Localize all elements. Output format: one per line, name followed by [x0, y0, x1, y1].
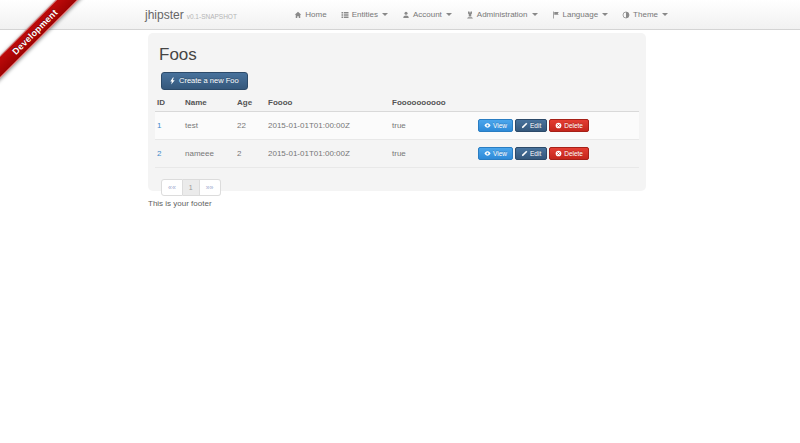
- delete-button-label: Delete: [564, 122, 583, 129]
- nav-label: Theme: [633, 10, 658, 19]
- nav-item-entities[interactable]: Entities: [334, 0, 395, 29]
- pencil-icon: [521, 122, 528, 129]
- cell-name: test: [183, 112, 235, 140]
- table-row: 1 test 22 2015-01-01T01:00:00Z true View: [155, 112, 639, 140]
- cell-name: nameee: [183, 140, 235, 168]
- nav-item-account[interactable]: Account: [395, 0, 459, 29]
- nav-label: Language: [563, 10, 599, 19]
- header-foooo: Foooo: [266, 94, 390, 112]
- nav-item-language[interactable]: Language: [545, 0, 616, 29]
- cell-foolong: true: [390, 140, 476, 168]
- foo-table: ID Name Age Foooo Foooooooooo 1 test 22 …: [155, 94, 639, 168]
- edit-button-label: Edit: [530, 122, 541, 129]
- content-panel: Foos Create a new Foo ID Name Age Foooo …: [148, 33, 646, 191]
- tower-icon: [466, 11, 474, 19]
- table-header-row: ID Name Age Foooo Foooooooooo: [155, 94, 639, 112]
- footer-text: This is your footer: [148, 199, 212, 208]
- edit-button[interactable]: Edit: [515, 119, 547, 132]
- caret-down-icon: [446, 13, 452, 16]
- view-button[interactable]: View: [478, 119, 513, 132]
- navbar-inner: jhipster v0.1-SNAPSHOT Home Entities Acc…: [145, 0, 675, 29]
- caret-down-icon: [602, 13, 608, 16]
- nav-label: Entities: [352, 10, 378, 19]
- nav-item-administration[interactable]: Administration: [459, 0, 545, 29]
- pagination-last-button[interactable]: »»: [200, 179, 221, 196]
- pencil-icon: [521, 150, 528, 157]
- create-foo-button[interactable]: Create a new Foo: [161, 72, 248, 90]
- pagination-page-1[interactable]: 1: [183, 179, 200, 196]
- brand-name: jhipster: [145, 8, 184, 22]
- cell-foooo: 2015-01-01T01:00:00Z: [266, 140, 390, 168]
- cell-foolong: true: [390, 112, 476, 140]
- row-actions: View Edit Delete: [478, 147, 635, 160]
- page-title: Foos: [148, 33, 646, 65]
- nav-label: Account: [413, 10, 442, 19]
- nav-label: Home: [305, 10, 326, 19]
- header-name: Name: [183, 94, 235, 112]
- header-foolong: Foooooooooo: [390, 94, 476, 112]
- delete-button[interactable]: Delete: [549, 147, 589, 160]
- header-id: ID: [155, 94, 183, 112]
- page: Development jhipster v0.1-SNAPSHOT Home …: [0, 0, 800, 443]
- row-id-link[interactable]: 2: [157, 149, 161, 158]
- header-age: Age: [235, 94, 266, 112]
- caret-down-icon: [532, 13, 538, 16]
- brand-link[interactable]: jhipster v0.1-SNAPSHOT: [145, 8, 237, 22]
- flash-icon: [169, 77, 176, 85]
- user-icon: [402, 11, 410, 19]
- remove-circle-icon: [555, 122, 562, 129]
- flag-icon: [552, 11, 560, 19]
- header-actions: [476, 94, 639, 112]
- cell-foooo: 2015-01-01T01:00:00Z: [266, 112, 390, 140]
- nav-label: Administration: [477, 10, 528, 19]
- cell-age: 22: [235, 112, 266, 140]
- th-list-icon: [341, 11, 349, 19]
- nav-item-theme[interactable]: Theme: [615, 0, 675, 29]
- table-row: 2 nameee 2 2015-01-01T01:00:00Z true Vie…: [155, 140, 639, 168]
- pagination-first-button[interactable]: ««: [161, 179, 183, 196]
- adjust-icon: [622, 11, 630, 19]
- delete-button-label: Delete: [564, 150, 583, 157]
- view-button[interactable]: View: [478, 147, 513, 160]
- create-foo-button-label: Create a new Foo: [179, 76, 239, 85]
- view-button-label: View: [493, 122, 507, 129]
- nav-item-home[interactable]: Home: [287, 0, 333, 29]
- home-icon: [294, 11, 302, 19]
- cell-age: 2: [235, 140, 266, 168]
- navbar-menu: Home Entities Account Administration: [287, 0, 675, 29]
- view-button-label: View: [493, 150, 507, 157]
- brand-version: v0.1-SNAPSHOT: [187, 13, 237, 20]
- eye-icon: [484, 150, 491, 157]
- eye-icon: [484, 122, 491, 129]
- caret-down-icon: [662, 13, 668, 16]
- remove-circle-icon: [555, 150, 562, 157]
- edit-button-label: Edit: [530, 150, 541, 157]
- caret-down-icon: [382, 13, 388, 16]
- pagination: «« 1 »»: [161, 179, 221, 196]
- edit-button[interactable]: Edit: [515, 147, 547, 160]
- row-actions: View Edit Delete: [478, 119, 635, 132]
- row-id-link[interactable]: 1: [157, 121, 161, 130]
- delete-button[interactable]: Delete: [549, 119, 589, 132]
- navbar: jhipster v0.1-SNAPSHOT Home Entities Acc…: [0, 0, 800, 30]
